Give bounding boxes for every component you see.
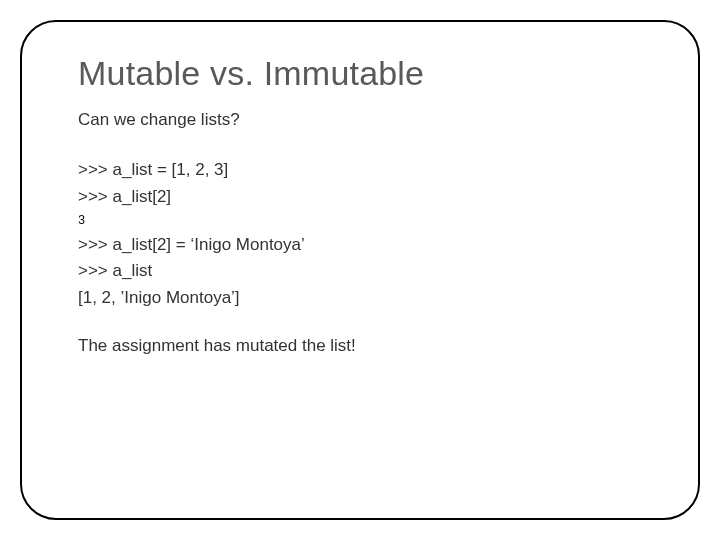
conclusion-text: The assignment has mutated the list! (78, 333, 650, 359)
slide-title: Mutable vs. Immutable (78, 54, 650, 93)
code-output-line: [1, 2, ’Inigo Montoya’] (78, 285, 650, 311)
code-line: >>> a_list = [1, 2, 3] (78, 157, 650, 183)
slide-frame: Mutable vs. Immutable Can we change list… (20, 20, 700, 520)
slide-subtitle: Can we change lists? (78, 107, 650, 133)
code-line: >>> a_list (78, 258, 650, 284)
code-line: >>> a_list[2] (78, 184, 650, 210)
code-block-1: >>> a_list = [1, 2, 3] >>> a_list[2] (78, 157, 650, 210)
code-output: 3 (78, 214, 650, 228)
code-line: >>> a_list[2] = ‘Inigo Montoya’ (78, 232, 650, 258)
code-block-2: >>> a_list[2] = ‘Inigo Montoya’ >>> a_li… (78, 232, 650, 311)
